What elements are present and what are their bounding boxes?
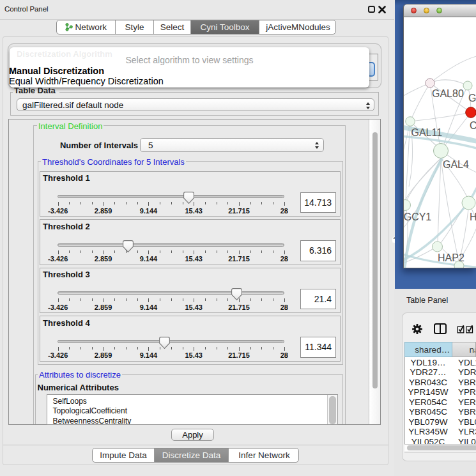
svg-text:GAL11: GAL11	[411, 127, 443, 138]
svg-text:GCY1: GCY1	[404, 211, 431, 222]
svg-text:GAL80: GAL80	[432, 88, 464, 99]
svg-text:G.: G.	[468, 93, 476, 104]
svg-text:GAL4: GAL4	[443, 159, 469, 170]
svg-text:C: C	[470, 120, 476, 131]
svg-text:H: H	[470, 211, 476, 222]
svg-text:HAP2: HAP2	[438, 252, 464, 263]
